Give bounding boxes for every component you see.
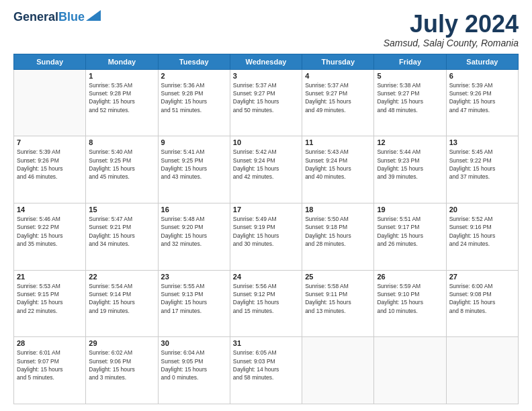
day-info: Sunrise: 5:40 AMSunset: 9:25 PMDaylight:… — [89, 148, 154, 181]
day-number: 5 — [377, 72, 443, 80]
day-info: Sunrise: 6:01 AMSunset: 9:07 PMDaylight:… — [17, 349, 83, 381]
day-cell-17: 17Sunrise: 5:49 AMSunset: 9:19 PMDayligh… — [230, 203, 302, 270]
location-subtitle: Samsud, Salaj County, Romania — [384, 38, 519, 48]
day-number: 21 — [17, 273, 83, 281]
day-cell-27: 27Sunrise: 6:00 AMSunset: 9:08 PMDayligh… — [446, 270, 518, 337]
day-cell-23: 23Sunrise: 5:55 AMSunset: 9:13 PMDayligh… — [158, 270, 230, 337]
day-number: 31 — [233, 339, 299, 347]
weekday-header-friday: Friday — [374, 54, 446, 69]
day-cell-1: 1Sunrise: 5:35 AMSunset: 9:28 PMDaylight… — [86, 69, 158, 136]
weekday-header-tuesday: Tuesday — [158, 54, 230, 69]
empty-cell — [446, 337, 518, 404]
empty-cell — [374, 337, 446, 404]
day-cell-24: 24Sunrise: 5:56 AMSunset: 9:12 PMDayligh… — [230, 270, 302, 337]
day-info: Sunrise: 5:45 AMSunset: 9:22 PMDaylight:… — [449, 148, 515, 181]
day-info: Sunrise: 5:55 AMSunset: 9:13 PMDaylight:… — [161, 282, 227, 315]
day-cell-12: 12Sunrise: 5:44 AMSunset: 9:23 PMDayligh… — [374, 136, 446, 203]
week-row-5: 28Sunrise: 6:01 AMSunset: 9:07 PMDayligh… — [14, 337, 519, 404]
day-info: Sunrise: 6:05 AMSunset: 9:03 PMDaylight:… — [233, 349, 299, 381]
day-info: Sunrise: 5:41 AMSunset: 9:25 PMDaylight:… — [161, 148, 227, 181]
day-info: Sunrise: 5:47 AMSunset: 9:21 PMDaylight:… — [89, 215, 154, 248]
day-info: Sunrise: 5:52 AMSunset: 9:16 PMDaylight:… — [449, 215, 515, 248]
day-info: Sunrise: 6:04 AMSunset: 9:05 PMDaylight:… — [161, 349, 227, 381]
week-row-1: 1Sunrise: 5:35 AMSunset: 9:28 PMDaylight… — [14, 69, 519, 136]
day-info: Sunrise: 5:50 AMSunset: 9:18 PMDaylight:… — [305, 215, 371, 248]
day-number: 18 — [305, 205, 371, 214]
day-cell-5: 5Sunrise: 5:38 AMSunset: 9:27 PMDaylight… — [374, 69, 446, 136]
day-info: Sunrise: 5:53 AMSunset: 9:15 PMDaylight:… — [17, 282, 83, 315]
day-cell-15: 15Sunrise: 5:47 AMSunset: 9:21 PMDayligh… — [86, 203, 158, 270]
title-section: July 2024 Samsud, Salaj County, Romania — [384, 11, 519, 48]
logo-text-general: GeneralBlue — [13, 11, 85, 24]
weekday-header-wednesday: Wednesday — [230, 54, 302, 69]
day-cell-29: 29Sunrise: 6:02 AMSunset: 9:06 PMDayligh… — [86, 337, 158, 404]
week-row-2: 7Sunrise: 5:39 AMSunset: 9:26 PMDaylight… — [14, 136, 519, 203]
day-cell-13: 13Sunrise: 5:45 AMSunset: 9:22 PMDayligh… — [446, 136, 518, 203]
weekday-header-saturday: Saturday — [446, 54, 518, 69]
day-number: 15 — [89, 205, 154, 214]
day-cell-21: 21Sunrise: 5:53 AMSunset: 9:15 PMDayligh… — [14, 270, 86, 337]
day-number: 19 — [377, 205, 443, 214]
day-cell-28: 28Sunrise: 6:01 AMSunset: 9:07 PMDayligh… — [14, 337, 86, 404]
day-cell-4: 4Sunrise: 5:37 AMSunset: 9:27 PMDaylight… — [302, 69, 374, 136]
day-info: Sunrise: 5:39 AMSunset: 9:26 PMDaylight:… — [17, 148, 83, 181]
day-cell-7: 7Sunrise: 5:39 AMSunset: 9:26 PMDaylight… — [14, 136, 86, 203]
day-info: Sunrise: 5:43 AMSunset: 9:24 PMDaylight:… — [305, 148, 371, 181]
day-info: Sunrise: 5:35 AMSunset: 9:28 PMDaylight:… — [89, 81, 154, 114]
calendar-table: SundayMondayTuesdayWednesdayThursdayFrid… — [13, 54, 519, 404]
day-number: 11 — [305, 138, 371, 146]
day-number: 13 — [449, 138, 515, 146]
weekday-header-row: SundayMondayTuesdayWednesdayThursdayFrid… — [14, 54, 519, 69]
day-cell-9: 9Sunrise: 5:41 AMSunset: 9:25 PMDaylight… — [158, 136, 230, 203]
day-info: Sunrise: 5:39 AMSunset: 9:26 PMDaylight:… — [449, 81, 515, 114]
day-number: 24 — [233, 273, 299, 281]
day-cell-14: 14Sunrise: 5:46 AMSunset: 9:22 PMDayligh… — [14, 203, 86, 270]
day-number: 29 — [89, 339, 154, 347]
month-title: July 2024 — [384, 11, 519, 38]
day-number: 26 — [377, 273, 443, 281]
day-number: 20 — [449, 205, 515, 214]
day-info: Sunrise: 5:48 AMSunset: 9:20 PMDaylight:… — [161, 215, 227, 248]
day-number: 22 — [89, 273, 154, 281]
day-info: Sunrise: 6:00 AMSunset: 9:08 PMDaylight:… — [449, 282, 515, 315]
week-row-3: 14Sunrise: 5:46 AMSunset: 9:22 PMDayligh… — [14, 203, 519, 270]
day-number: 1 — [89, 72, 154, 80]
day-number: 25 — [305, 273, 371, 281]
day-cell-10: 10Sunrise: 5:42 AMSunset: 9:24 PMDayligh… — [230, 136, 302, 203]
header: GeneralBlue July 2024 Samsud, Salaj Coun… — [13, 11, 519, 48]
day-cell-18: 18Sunrise: 5:50 AMSunset: 9:18 PMDayligh… — [302, 203, 374, 270]
day-number: 30 — [161, 339, 227, 347]
svg-marker-0 — [86, 10, 101, 21]
day-info: Sunrise: 5:37 AMSunset: 9:27 PMDaylight:… — [233, 81, 299, 114]
day-info: Sunrise: 5:36 AMSunset: 9:28 PMDaylight:… — [161, 81, 227, 114]
day-cell-31: 31Sunrise: 6:05 AMSunset: 9:03 PMDayligh… — [230, 337, 302, 404]
day-number: 8 — [89, 138, 154, 146]
day-info: Sunrise: 5:46 AMSunset: 9:22 PMDaylight:… — [17, 215, 83, 248]
logo: GeneralBlue — [13, 11, 101, 24]
day-cell-30: 30Sunrise: 6:04 AMSunset: 9:05 PMDayligh… — [158, 337, 230, 404]
weekday-header-sunday: Sunday — [14, 54, 86, 69]
day-info: Sunrise: 5:56 AMSunset: 9:12 PMDaylight:… — [233, 282, 299, 315]
day-cell-8: 8Sunrise: 5:40 AMSunset: 9:25 PMDaylight… — [86, 136, 158, 203]
day-number: 12 — [377, 138, 443, 146]
day-number: 9 — [161, 138, 227, 146]
day-number: 10 — [233, 138, 299, 146]
day-number: 14 — [17, 205, 83, 214]
day-number: 23 — [161, 273, 227, 281]
empty-cell — [14, 69, 86, 136]
day-info: Sunrise: 5:42 AMSunset: 9:24 PMDaylight:… — [233, 148, 299, 181]
day-cell-25: 25Sunrise: 5:58 AMSunset: 9:11 PMDayligh… — [302, 270, 374, 337]
day-cell-6: 6Sunrise: 5:39 AMSunset: 9:26 PMDaylight… — [446, 69, 518, 136]
page: GeneralBlue July 2024 Samsud, Salaj Coun… — [0, 0, 532, 411]
day-info: Sunrise: 5:37 AMSunset: 9:27 PMDaylight:… — [305, 81, 371, 114]
weekday-header-thursday: Thursday — [302, 54, 374, 69]
day-number: 7 — [17, 138, 83, 146]
day-number: 6 — [449, 72, 515, 80]
day-cell-26: 26Sunrise: 5:59 AMSunset: 9:10 PMDayligh… — [374, 270, 446, 337]
day-cell-3: 3Sunrise: 5:37 AMSunset: 9:27 PMDaylight… — [230, 69, 302, 136]
day-number: 3 — [233, 72, 299, 80]
day-info: Sunrise: 5:51 AMSunset: 9:17 PMDaylight:… — [377, 215, 443, 248]
weekday-header-monday: Monday — [86, 54, 158, 69]
day-info: Sunrise: 5:49 AMSunset: 9:19 PMDaylight:… — [233, 215, 299, 248]
day-info: Sunrise: 5:58 AMSunset: 9:11 PMDaylight:… — [305, 282, 371, 315]
